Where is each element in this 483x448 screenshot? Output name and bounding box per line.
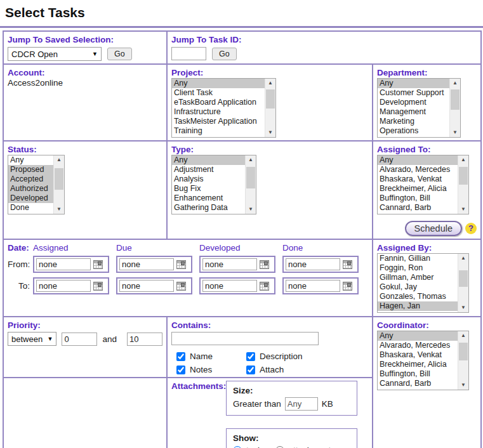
assigned-to-option[interactable]: Bhaskara, Venkat	[378, 175, 468, 184]
assigned-to-option[interactable]: Breckheimer, Alicia	[378, 184, 468, 194]
contains-checkbox[interactable]: Name	[176, 352, 246, 361]
calendar-icon[interactable]	[343, 282, 352, 291]
department-option[interactable]: Customer Support	[378, 88, 460, 98]
calendar-icon[interactable]	[93, 282, 103, 291]
scroll-up-icon[interactable]: ▲	[458, 155, 468, 164]
contains-input[interactable]	[171, 332, 319, 345]
assigned-by-listbox[interactable]: ▲ ▼ Fannin, GillianFoggin, RonGillman, A…	[377, 253, 469, 313]
type-option[interactable]: Analysis	[172, 175, 256, 184]
date-from-input[interactable]	[286, 258, 340, 270]
scroll-down-icon[interactable]: ▼	[54, 205, 64, 214]
coordinator-option[interactable]: Breckheimer, Alicia	[378, 360, 468, 369]
coordinator-option[interactable]: Cannard, Barb	[378, 379, 468, 388]
project-option[interactable]: Infrastructure	[172, 107, 275, 117]
scroll-up-icon[interactable]: ▲	[54, 155, 64, 164]
scroll-down-icon[interactable]: ▼	[458, 205, 468, 214]
department-option[interactable]: Management	[378, 107, 460, 117]
scroll-down-icon[interactable]: ▼	[458, 303, 468, 312]
contains-checkbox[interactable]: Attach	[246, 365, 368, 374]
date-from-input[interactable]	[36, 258, 91, 270]
date-from-input[interactable]	[119, 258, 174, 270]
scroll-up-icon[interactable]: ▲	[450, 79, 460, 88]
coordinator-option[interactable]: Any	[378, 331, 468, 341]
scrollbar-thumb[interactable]	[459, 270, 468, 287]
scrollbar[interactable]: ▲ ▼	[458, 254, 468, 312]
date-to-input[interactable]	[119, 280, 174, 292]
coordinator-option[interactable]: Bhaskara, Venkat	[378, 350, 468, 360]
scrollbar-thumb[interactable]	[246, 167, 255, 188]
scrollbar[interactable]: ▲ ▼	[265, 79, 275, 137]
calendar-icon[interactable]	[343, 260, 352, 269]
calendar-icon[interactable]	[93, 260, 103, 269]
coordinator-listbox[interactable]: ▲ ▼ AnyAlvarado, MercedesBhaskara, Venka…	[377, 331, 469, 390]
assigned-by-option[interactable]: Hagen, Jan	[378, 301, 468, 311]
scroll-up-icon[interactable]: ▲	[458, 331, 468, 340]
scrollbar[interactable]: ▲ ▼	[458, 155, 468, 214]
scrollbar[interactable]: ▲ ▼	[449, 79, 460, 137]
type-option[interactable]: Gathering Data	[172, 203, 256, 213]
scrollbar[interactable]: ▲ ▼	[458, 331, 468, 390]
saved-selection-go-button[interactable]: Go	[107, 48, 132, 60]
project-option[interactable]: Training	[172, 126, 275, 136]
assigned-by-option[interactable]: Foggin, Ron	[378, 263, 468, 273]
scrollbar-thumb[interactable]	[451, 89, 460, 110]
date-to-input[interactable]	[202, 280, 257, 292]
department-option[interactable]: Marketing	[378, 117, 460, 126]
scroll-up-icon[interactable]: ▲	[246, 155, 256, 164]
assigned-to-option[interactable]: Cannard, Barb	[378, 203, 468, 213]
date-to-input[interactable]	[36, 280, 91, 292]
type-option[interactable]: Enhancement	[172, 194, 256, 203]
saved-selection-select[interactable]: CDCR Open ▼	[8, 47, 102, 61]
size-input[interactable]	[285, 397, 318, 411]
type-option[interactable]: Bug Fix	[172, 184, 256, 194]
scrollbar[interactable]: ▲ ▼	[53, 155, 64, 214]
schedule-button[interactable]: Schedule	[405, 221, 462, 236]
assigned-by-option[interactable]: Gokul, Jay	[378, 282, 468, 292]
department-option[interactable]: Development	[378, 98, 460, 107]
assigned-by-option[interactable]: Fannin, Gillian	[378, 254, 468, 263]
coordinator-option[interactable]: Alvarado, Mercedes	[378, 341, 468, 350]
assigned-to-option[interactable]: Alvarado, Mercedes	[378, 165, 468, 175]
scrollbar-thumb[interactable]	[459, 343, 468, 360]
task-id-input[interactable]	[171, 47, 206, 60]
project-option[interactable]: TaskMeister Application	[172, 117, 275, 126]
date-from-input[interactable]	[202, 258, 257, 270]
scrollbar[interactable]: ▲ ▼	[245, 155, 256, 214]
assigned-by-option[interactable]: Gillman, Amber	[378, 273, 468, 282]
show-radio[interactable]: tasks	[233, 445, 267, 448]
checkbox-input[interactable]	[176, 366, 185, 374]
checkbox-input[interactable]	[176, 352, 185, 361]
project-listbox[interactable]: ▲ ▼ AnyClient TaskeTaskBoard Application…	[171, 78, 276, 138]
department-option[interactable]: Operations	[378, 126, 460, 136]
scroll-down-icon[interactable]: ▼	[458, 381, 468, 390]
calendar-icon[interactable]	[260, 282, 269, 291]
date-to-input[interactable]	[286, 280, 340, 292]
calendar-icon[interactable]	[176, 260, 186, 269]
priority-high-input[interactable]	[127, 333, 162, 346]
type-option[interactable]: Any	[172, 155, 256, 165]
checkbox-input[interactable]	[246, 352, 255, 361]
contains-checkbox[interactable]: Description	[246, 352, 368, 361]
scrollbar-thumb[interactable]	[55, 168, 63, 190]
status-listbox[interactable]: ▲ ▼ AnyProposedAcceptedAuthorizedDevelop…	[8, 155, 65, 214]
calendar-icon[interactable]	[176, 282, 186, 291]
scroll-up-icon[interactable]: ▲	[458, 254, 468, 263]
contains-checkbox[interactable]: Notes	[176, 365, 246, 374]
type-listbox[interactable]: ▲ ▼ AnyAdjustmentAnalysisBug FixEnhancem…	[171, 155, 256, 214]
task-id-go-button[interactable]: Go	[212, 48, 237, 60]
scrollbar-thumb[interactable]	[266, 89, 275, 109]
calendar-icon[interactable]	[260, 260, 269, 269]
priority-low-input[interactable]	[62, 333, 97, 346]
project-option[interactable]: Any	[172, 79, 275, 88]
scroll-up-icon[interactable]: ▲	[265, 79, 275, 88]
radio-input[interactable]	[275, 446, 284, 448]
assigned-by-option[interactable]: Gonzales, Thomas	[378, 292, 468, 301]
scroll-down-icon[interactable]: ▼	[450, 128, 460, 137]
department-listbox[interactable]: ▲ ▼ AnyCustomer SupportDevelopmentManage…	[377, 78, 461, 138]
checkbox-input[interactable]	[246, 366, 255, 374]
project-option[interactable]: eTaskBoard Application	[172, 98, 275, 107]
assigned-to-listbox[interactable]: ▲ ▼ AnyAlvarado, MercedesBhaskara, Venka…	[377, 155, 469, 214]
scroll-down-icon[interactable]: ▼	[265, 128, 275, 137]
show-radio[interactable]: attachments	[275, 445, 336, 448]
help-icon[interactable]: ?	[465, 223, 477, 234]
